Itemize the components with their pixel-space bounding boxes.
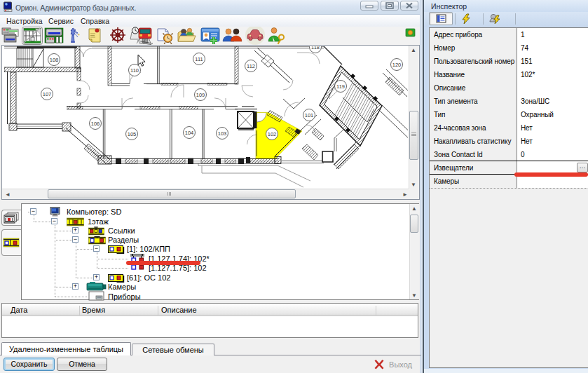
- svg-text:103: 103: [218, 130, 227, 137]
- svg-text:102: 102: [268, 131, 277, 137]
- svg-text:101: 101: [305, 112, 314, 118]
- svg-text:107: 107: [43, 91, 52, 97]
- svg-text:104: 104: [185, 130, 194, 136]
- svg-text:108: 108: [50, 57, 59, 63]
- svg-text:110: 110: [130, 67, 139, 74]
- svg-text:111: 111: [195, 56, 203, 62]
- svg-text:109: 109: [196, 92, 205, 98]
- svg-text:119: 119: [336, 83, 345, 90]
- svg-text:118: 118: [311, 46, 320, 50]
- svg-text:106: 106: [91, 121, 100, 127]
- svg-text:105: 105: [128, 131, 137, 137]
- svg-text:120: 120: [392, 62, 402, 68]
- svg-text:112: 112: [247, 63, 255, 69]
